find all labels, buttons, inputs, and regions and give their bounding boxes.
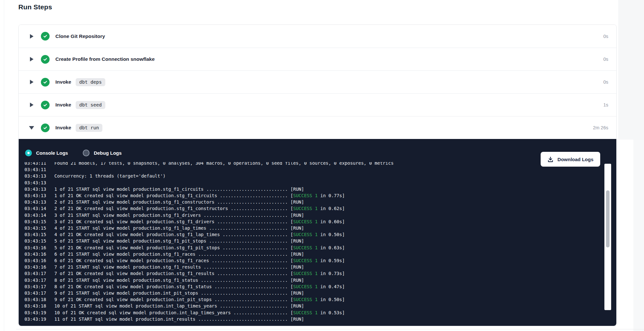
step-duration: 0s	[603, 34, 608, 39]
log-success-tag: SUCCESS 1	[293, 271, 317, 276]
success-check-icon	[41, 55, 50, 64]
log-success-tag: SUCCESS 1	[293, 297, 317, 302]
console-log-panel: Console Logs Debug Logs Download Logs	[19, 139, 616, 326]
download-logs-label: Download Logs	[557, 157, 593, 162]
log-success-tag: SUCCESS 1	[293, 310, 317, 315]
log-line: 03:43:17 7 of 21 OK created sql view mod…	[24, 270, 599, 277]
log-output[interactable]: 03:43:11 Found 21 models, 17 tests, 0 sn…	[24, 162, 599, 324]
run-step-row[interactable]: Invoke dbt run 2m 26s	[19, 116, 616, 139]
step-duration: 1s	[603, 102, 608, 107]
log-scrollbar-thumb[interactable]	[606, 190, 610, 247]
expand-caret-icon[interactable]	[29, 103, 34, 107]
expand-caret-icon[interactable]	[29, 57, 34, 61]
log-line: 03:43:11 Found 21 models, 17 tests, 0 sn…	[24, 162, 599, 166]
log-line: 03:43:16 7 of 21 START sql view model pr…	[24, 264, 599, 270]
log-success-tag: SUCCESS 1	[293, 206, 317, 211]
run-steps-page: Run Steps Clone Git Repository 0s Create…	[0, 0, 644, 331]
radio-selected-icon[interactable]	[25, 150, 32, 156]
step-label: Clone Git Repository	[55, 33, 105, 39]
run-step-row[interactable]: Invoke dbt seed 1s	[19, 93, 616, 116]
run-step-row[interactable]: Create Profile from Connection snowflake…	[19, 48, 616, 70]
run-steps-list: Clone Git Repository 0s Create Profile f…	[19, 25, 616, 139]
expand-caret-icon[interactable]	[29, 34, 34, 39]
log-line: 03:43:15 4 of 21 OK created sql view mod…	[24, 231, 599, 238]
log-line: 03:43:13 2 of 21 START sql view model pr…	[24, 199, 599, 205]
log-success-tag: SUCCESS 1	[293, 245, 317, 250]
log-success-tag: SUCCESS 1	[293, 284, 317, 289]
log-line: 03:43:16 5 of 21 OK created sql view mod…	[24, 244, 599, 251]
log-toolbar: Console Logs Debug Logs Download Logs	[25, 145, 608, 160]
step-command-badge: dbt run	[76, 124, 102, 132]
run-step-row[interactable]: Clone Git Repository 0s	[19, 25, 616, 48]
log-line: 03:43:18 10 of 21 START sql view model p…	[24, 303, 599, 309]
log-success-tag: SUCCESS 1	[293, 193, 317, 198]
log-line: 03:43:19 10 of 21 OK created sql view mo…	[24, 309, 599, 316]
page-left-divider	[4, 0, 4, 331]
log-success-tag: SUCCESS 1	[293, 232, 317, 237]
step-label: Invoke	[55, 102, 71, 108]
log-line: 03:43:17 8 of 21 OK created sql view mod…	[24, 283, 599, 290]
log-line: 03:43:15 4 of 21 START sql view model pr…	[24, 225, 599, 231]
log-line: 03:43:16 6 of 21 START sql view model pr…	[24, 251, 599, 257]
log-success-tag: SUCCESS 1	[293, 258, 317, 263]
log-success-tag: SUCCESS 1	[293, 219, 317, 224]
log-line: 03:43:19 11 of 21 START sql view model p…	[24, 316, 599, 322]
log-line: 03:43:17 9 of 21 START sql view model pr…	[24, 290, 599, 296]
log-line: 03:43:15 3 of 21 OK created sql view mod…	[24, 218, 599, 225]
step-duration: 2m 26s	[593, 125, 608, 130]
step-label: Create Profile from Connection snowflake	[55, 56, 155, 62]
run-steps-card: Clone Git Repository 0s Create Profile f…	[18, 24, 617, 326]
step-duration: 0s	[603, 57, 608, 62]
step-label: Invoke	[55, 125, 71, 131]
expand-caret-icon[interactable]	[29, 126, 34, 130]
log-line: 03:43:18 9 of 21 OK created sql view mod…	[24, 296, 599, 303]
log-line: 03:43:13 Concurrency: 1 threads (target=…	[24, 173, 599, 179]
radio-unselected-icon[interactable]	[83, 150, 90, 156]
page-right-gutter-lower	[633, 140, 644, 331]
log-scrollbar[interactable]	[604, 164, 611, 310]
debug-logs-radio[interactable]: Debug Logs	[83, 150, 122, 156]
log-line: 03:43:13 1 of 21 OK created sql view mod…	[24, 192, 599, 199]
log-line: 03:43:15 5 of 21 START sql view model pr…	[24, 238, 599, 244]
success-check-icon	[41, 124, 50, 132]
page-right-gutter	[618, 0, 644, 140]
step-command-badge: dbt deps	[76, 78, 105, 86]
expand-caret-icon[interactable]	[29, 80, 34, 84]
success-check-icon	[41, 101, 50, 109]
log-line: 03:43:13	[24, 179, 599, 186]
section-bottom-divider	[16, 329, 644, 329]
console-logs-radio[interactable]: Console Logs	[25, 150, 68, 156]
step-duration: 0s	[603, 79, 608, 85]
log-line: 03:43:13 1 of 21 START sql view model pr…	[24, 186, 599, 192]
log-line: 03:43:17 8 of 21 START sql view model pr…	[24, 277, 599, 283]
log-line: 03:43:11	[24, 166, 599, 173]
run-step-row[interactable]: Invoke dbt deps 0s	[19, 70, 616, 93]
log-line: 03:43:14 2 of 21 OK created sql view mod…	[24, 205, 599, 212]
step-command-badge: dbt seed	[76, 101, 105, 109]
log-line: 03:43:16 6 of 21 OK created sql view mod…	[24, 257, 599, 264]
success-check-icon	[41, 32, 50, 41]
success-check-icon	[41, 78, 50, 87]
console-logs-label: Console Logs	[36, 150, 68, 156]
page-title: Run Steps	[18, 3, 52, 11]
log-line: 03:43:14 3 of 21 START sql view model pr…	[24, 212, 599, 218]
download-icon	[547, 156, 554, 162]
debug-logs-label: Debug Logs	[94, 150, 122, 156]
step-label: Invoke	[55, 79, 71, 85]
